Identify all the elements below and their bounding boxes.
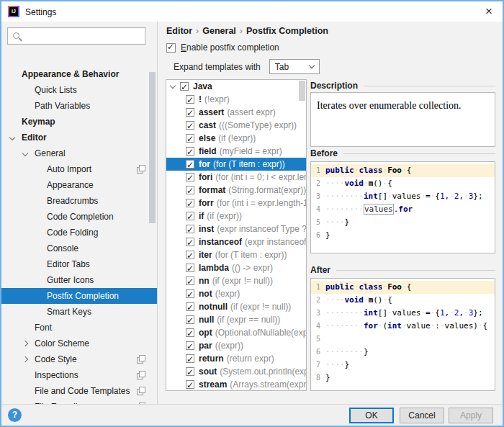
sidebar-item-file-encodings[interactable]: File Encodings <box>1 399 157 404</box>
code-line: 2····void·m()·{ <box>311 177 495 190</box>
sidebar-item-label: Smart Keys <box>47 307 91 317</box>
sidebar-item-appearance-behavior[interactable]: Appearance & Behavior <box>1 66 157 82</box>
sidebar-item-font[interactable]: Font <box>1 320 157 336</box>
template-row-notnull[interactable]: ✓notnull(if (expr != null)) <box>166 300 306 313</box>
checkbox[interactable]: ✓ <box>186 199 194 207</box>
checkbox[interactable]: ✓ <box>186 147 194 156</box>
apply-button[interactable]: Apply <box>449 408 493 423</box>
template-row-if[interactable]: ✓if(if (expr)) <box>166 210 306 223</box>
checkbox[interactable]: ✓ <box>186 289 194 298</box>
sidebar-item-breadcrumbs[interactable]: Breadcrumbs <box>1 193 157 209</box>
checkbox[interactable]: ✓ <box>186 134 194 143</box>
checkbox[interactable]: ✓ <box>180 82 189 91</box>
template-example: (if (expr)) <box>207 210 242 223</box>
checkbox[interactable]: ✓ <box>186 173 194 181</box>
chevron-down-icon[interactable] <box>170 82 176 88</box>
checkbox[interactable]: ✓ <box>186 251 194 259</box>
checkbox[interactable]: ✓ <box>186 108 194 117</box>
sidebar-item-postfix-completion[interactable]: Postfix Completion <box>1 288 157 304</box>
sidebar-item-editor[interactable]: Editor <box>1 130 157 145</box>
enable-postfix-checkbox[interactable]: ✓ Enable postfix completion <box>166 42 279 53</box>
sidebar-item-color-scheme[interactable]: Color Scheme <box>1 336 157 351</box>
checkbox[interactable]: ✓ <box>186 315 194 324</box>
template-row-par[interactable]: ✓par((expr)) <box>166 339 306 352</box>
sidebar-item-code-completion[interactable]: Code Completion <box>1 209 157 225</box>
checkbox[interactable]: ✓ <box>186 354 194 363</box>
chevron-down-icon <box>308 63 314 68</box>
sidebar-item-console[interactable]: Console <box>1 241 157 256</box>
sidebar-item-appearance[interactable]: Appearance <box>1 177 157 193</box>
sidebar-item-smart-keys[interactable]: Smart Keys <box>1 304 157 320</box>
checkbox[interactable]: ✓ <box>186 95 194 104</box>
template-row-opt[interactable]: ✓opt(Optional.ofNullable(expr)) <box>166 326 306 339</box>
sidebar-item-keymap[interactable]: Keymap <box>1 114 157 130</box>
expand-templates-select[interactable]: Tab <box>269 59 320 74</box>
chevron-right-icon[interactable] <box>22 356 28 362</box>
template-example: (Optional.ofNullable(expr)) <box>215 326 306 339</box>
breadcrumb-general[interactable]: General <box>202 26 236 36</box>
template-row-instanceof[interactable]: ✓instanceof(expr instanceof Type ? ((Typ… <box>166 235 306 248</box>
checkbox[interactable]: ✓ <box>186 212 194 220</box>
checkbox[interactable]: ✓ <box>186 121 194 130</box>
template-row-inst[interactable]: ✓inst(expr instanceof Type ? ((Type) exp… <box>166 223 306 235</box>
ok-button[interactable]: OK <box>349 408 394 423</box>
tree-scrollbar[interactable] <box>299 81 305 101</box>
sidebar-item-label: Auto Import <box>47 164 91 174</box>
sidebar-item-label: Code Completion <box>47 212 114 222</box>
template-row-forr[interactable]: ✓forr(for (int i = expr.length-1; i >= 0… <box>166 197 306 210</box>
sidebar-scrollbar[interactable] <box>149 72 156 223</box>
sidebar-item-quick-lists[interactable]: Quick Lists <box>1 82 157 98</box>
sidebar-item-code-folding[interactable]: Code Folding <box>1 225 157 241</box>
help-button[interactable]: ? <box>8 408 22 422</box>
template-row-cast[interactable]: ✓cast(((SomeType) expr)) <box>166 119 306 132</box>
chevron-right-icon[interactable] <box>22 341 28 346</box>
checkbox[interactable]: ✓ <box>186 380 194 389</box>
checkbox[interactable]: ✓ <box>186 238 194 246</box>
chevron-down-icon[interactable] <box>9 135 15 140</box>
template-row-lambda[interactable]: ✓lambda(() -> expr) <box>166 261 306 274</box>
template-row-sout[interactable]: ✓sout(System.out.println(expr)) <box>166 365 306 378</box>
breadcrumb-editor[interactable]: Editor <box>166 26 192 36</box>
checkbox[interactable]: ✓ <box>186 341 194 350</box>
checkbox[interactable]: ✓ <box>186 367 194 376</box>
tree-root-java[interactable]: ✓ Java <box>166 80 306 93</box>
template-row-else[interactable]: ✓else(if (!expr)) <box>166 132 306 145</box>
checkbox[interactable]: ✓ <box>166 43 176 53</box>
checkbox[interactable]: ✓ <box>186 302 194 311</box>
sidebar-item-auto-import[interactable]: Auto Import <box>1 161 157 177</box>
search-input[interactable] <box>7 27 145 45</box>
checkbox[interactable]: ✓ <box>186 277 194 285</box>
sidebar-item-file-and-code-templates[interactable]: File and Code Templates <box>1 383 157 399</box>
template-example: (myField = expr) <box>220 145 282 158</box>
template-row-iter[interactable]: ✓iter(for (T item : expr)) <box>166 248 306 261</box>
template-row-nn[interactable]: ✓nn(if (expr != null)) <box>166 274 306 287</box>
template-row-for[interactable]: ✓for(for (T item : expr)) <box>166 158 306 171</box>
sidebar-item-editor-tabs[interactable]: Editor Tabs <box>1 256 157 272</box>
checkbox[interactable]: ✓ <box>186 328 194 337</box>
code-line: 3········int[]·values·=·{1,·2,·3}; <box>311 190 495 203</box>
code-line: 1public·class·Foo·{ <box>311 164 495 177</box>
sidebar-item-code-style[interactable]: Code Style <box>1 351 157 367</box>
template-row-field[interactable]: ✓field(myField = expr) <box>166 145 306 158</box>
checkbox[interactable]: ✓ <box>186 225 194 233</box>
checkbox[interactable]: ✓ <box>186 186 194 194</box>
cancel-button[interactable]: Cancel <box>400 408 444 423</box>
chevron-down-icon[interactable] <box>22 150 28 156</box>
template-row-stream[interactable]: ✓stream(Arrays.stream(expr)) <box>166 378 306 391</box>
template-row-return[interactable]: ✓return(return expr) <box>166 352 306 365</box>
template-row-item[interactable]: ✓!(!expr) <box>166 93 306 106</box>
template-row-fori[interactable]: ✓fori(for (int i = 0; i < expr.length; i… <box>166 171 306 184</box>
checkbox[interactable]: ✓ <box>186 264 194 272</box>
sidebar-item-label: Console <box>47 243 78 253</box>
close-icon[interactable]: × <box>485 4 492 19</box>
template-tree: ✓ Java ✓!(!expr)✓assert(assert expr)✓cas… <box>166 79 307 391</box>
template-row-assert[interactable]: ✓assert(assert expr) <box>166 106 306 119</box>
sidebar-item-general[interactable]: General <box>1 145 157 161</box>
template-row-not[interactable]: ✓not(!expr) <box>166 287 306 300</box>
template-row-format[interactable]: ✓format(String.format(expr)) <box>166 184 306 197</box>
sidebar-item-path-variables[interactable]: Path Variables <box>1 98 157 114</box>
sidebar-item-gutter-icons[interactable]: Gutter Icons <box>1 272 157 288</box>
sidebar-item-inspections[interactable]: Inspections <box>1 367 157 383</box>
template-row-null[interactable]: ✓null(if (expr == null)) <box>166 313 306 326</box>
checkbox[interactable]: ✓ <box>186 160 194 168</box>
